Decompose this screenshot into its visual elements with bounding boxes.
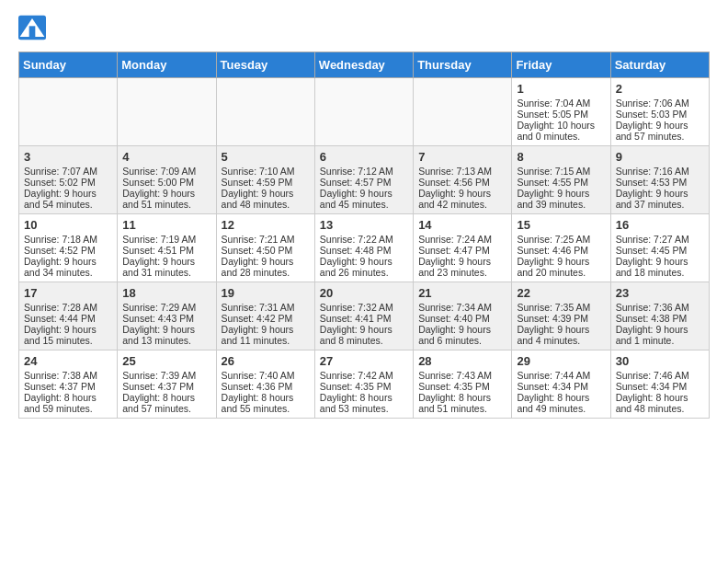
day-cell: 5Sunrise: 7:10 AMSunset: 4:59 PMDaylight…: [216, 146, 314, 214]
day-info: Sunrise: 7:18 AMSunset: 4:52 PMDaylight:…: [24, 234, 97, 278]
day-cell: 24Sunrise: 7:38 AMSunset: 4:37 PMDayligh…: [19, 350, 118, 419]
day-cell: 28Sunrise: 7:43 AMSunset: 4:35 PMDayligh…: [414, 350, 512, 419]
logo-icon: [18, 15, 46, 40]
day-number: 20: [320, 286, 408, 300]
day-number: 6: [320, 150, 408, 164]
header-row: SundayMondayTuesdayWednesdayThursdayFrid…: [19, 52, 710, 78]
day-info: Sunrise: 7:38 AMSunset: 4:37 PMDaylight:…: [24, 370, 97, 414]
day-info: Sunrise: 7:12 AMSunset: 4:57 PMDaylight:…: [320, 166, 393, 210]
day-info: Sunrise: 7:31 AMSunset: 4:42 PMDaylight:…: [222, 302, 295, 346]
day-number: 18: [122, 286, 210, 300]
col-header-sunday: Sunday: [19, 52, 118, 78]
day-info: Sunrise: 7:43 AMSunset: 4:35 PMDaylight:…: [418, 370, 492, 414]
day-number: 22: [517, 286, 605, 300]
day-cell: 29Sunrise: 7:44 AMSunset: 4:34 PMDayligh…: [512, 350, 610, 419]
week-row-4: 17Sunrise: 7:28 AMSunset: 4:44 PMDayligh…: [19, 282, 710, 350]
day-cell: [19, 78, 118, 146]
day-cell: 3Sunrise: 7:07 AMSunset: 5:02 PMDaylight…: [19, 146, 118, 214]
day-info: Sunrise: 7:28 AMSunset: 4:44 PMDaylight:…: [24, 302, 97, 346]
week-row-5: 24Sunrise: 7:38 AMSunset: 4:37 PMDayligh…: [19, 350, 710, 419]
day-cell: 15Sunrise: 7:25 AMSunset: 4:46 PMDayligh…: [512, 214, 610, 282]
day-number: 3: [24, 150, 112, 164]
day-cell: 21Sunrise: 7:34 AMSunset: 4:40 PMDayligh…: [414, 282, 512, 350]
day-cell: 13Sunrise: 7:22 AMSunset: 4:48 PMDayligh…: [314, 214, 413, 282]
day-info: Sunrise: 7:09 AMSunset: 5:00 PMDaylight:…: [122, 166, 196, 210]
day-cell: 11Sunrise: 7:19 AMSunset: 4:51 PMDayligh…: [118, 214, 216, 282]
day-cell: 2Sunrise: 7:06 AMSunset: 5:03 PMDaylight…: [610, 78, 709, 146]
day-cell: 23Sunrise: 7:36 AMSunset: 4:38 PMDayligh…: [610, 282, 709, 350]
day-info: Sunrise: 7:22 AMSunset: 4:48 PMDaylight:…: [320, 234, 393, 278]
day-number: 25: [122, 354, 210, 368]
day-number: 30: [616, 354, 704, 368]
day-number: 16: [616, 218, 704, 232]
day-info: Sunrise: 7:40 AMSunset: 4:36 PMDaylight:…: [222, 370, 295, 414]
day-number: 24: [24, 354, 112, 368]
day-number: 14: [418, 218, 506, 232]
day-cell: [216, 78, 314, 146]
day-cell: 6Sunrise: 7:12 AMSunset: 4:57 PMDaylight…: [314, 146, 413, 214]
day-cell: 30Sunrise: 7:46 AMSunset: 4:34 PMDayligh…: [610, 350, 709, 419]
day-cell: 4Sunrise: 7:09 AMSunset: 5:00 PMDaylight…: [118, 146, 216, 214]
col-header-saturday: Saturday: [610, 52, 709, 78]
day-cell: 19Sunrise: 7:31 AMSunset: 4:42 PMDayligh…: [216, 282, 314, 350]
day-info: Sunrise: 7:32 AMSunset: 4:41 PMDaylight:…: [320, 302, 393, 346]
day-info: Sunrise: 7:39 AMSunset: 4:37 PMDaylight:…: [122, 370, 196, 414]
day-number: 9: [616, 150, 704, 164]
day-info: Sunrise: 7:15 AMSunset: 4:55 PMDaylight:…: [517, 166, 590, 210]
day-cell: 1Sunrise: 7:04 AMSunset: 5:05 PMDaylight…: [512, 78, 610, 146]
day-cell: 8Sunrise: 7:15 AMSunset: 4:55 PMDaylight…: [512, 146, 610, 214]
day-number: 8: [517, 150, 605, 164]
day-cell: [118, 78, 216, 146]
week-row-3: 10Sunrise: 7:18 AMSunset: 4:52 PMDayligh…: [19, 214, 710, 282]
col-header-friday: Friday: [512, 52, 610, 78]
day-number: 13: [320, 218, 408, 232]
day-info: Sunrise: 7:46 AMSunset: 4:34 PMDaylight:…: [616, 370, 689, 414]
day-info: Sunrise: 7:29 AMSunset: 4:43 PMDaylight:…: [122, 302, 196, 346]
day-info: Sunrise: 7:16 AMSunset: 4:53 PMDaylight:…: [616, 166, 689, 210]
day-number: 5: [222, 150, 310, 164]
day-number: 29: [517, 354, 605, 368]
day-info: Sunrise: 7:34 AMSunset: 4:40 PMDaylight:…: [418, 302, 492, 346]
day-info: Sunrise: 7:13 AMSunset: 4:56 PMDaylight:…: [418, 166, 492, 210]
day-info: Sunrise: 7:35 AMSunset: 4:39 PMDaylight:…: [517, 302, 590, 346]
day-info: Sunrise: 7:10 AMSunset: 4:59 PMDaylight:…: [222, 166, 295, 210]
day-cell: 18Sunrise: 7:29 AMSunset: 4:43 PMDayligh…: [118, 282, 216, 350]
svg-rect-2: [29, 26, 36, 37]
day-cell: 26Sunrise: 7:40 AMSunset: 4:36 PMDayligh…: [216, 350, 314, 419]
logo: [18, 15, 50, 40]
calendar-table: SundayMondayTuesdayWednesdayThursdayFrid…: [18, 52, 710, 419]
day-cell: 7Sunrise: 7:13 AMSunset: 4:56 PMDaylight…: [414, 146, 512, 214]
day-cell: 22Sunrise: 7:35 AMSunset: 4:39 PMDayligh…: [512, 282, 610, 350]
day-cell: 27Sunrise: 7:42 AMSunset: 4:35 PMDayligh…: [314, 350, 413, 419]
day-info: Sunrise: 7:04 AMSunset: 5:05 PMDaylight:…: [517, 98, 595, 142]
day-info: Sunrise: 7:21 AMSunset: 4:50 PMDaylight:…: [222, 234, 295, 278]
col-header-wednesday: Wednesday: [314, 52, 413, 78]
day-number: 19: [222, 286, 310, 300]
day-info: Sunrise: 7:06 AMSunset: 5:03 PMDaylight:…: [616, 98, 689, 142]
col-header-thursday: Thursday: [414, 52, 512, 78]
day-cell: 17Sunrise: 7:28 AMSunset: 4:44 PMDayligh…: [19, 282, 118, 350]
day-number: 7: [418, 150, 506, 164]
day-info: Sunrise: 7:27 AMSunset: 4:45 PMDaylight:…: [616, 234, 689, 278]
day-info: Sunrise: 7:07 AMSunset: 5:02 PMDaylight:…: [24, 166, 97, 210]
day-number: 1: [517, 82, 605, 96]
day-cell: 12Sunrise: 7:21 AMSunset: 4:50 PMDayligh…: [216, 214, 314, 282]
day-info: Sunrise: 7:36 AMSunset: 4:38 PMDaylight:…: [616, 302, 689, 346]
day-number: 17: [24, 286, 112, 300]
day-number: 10: [24, 218, 112, 232]
day-number: 26: [222, 354, 310, 368]
day-cell: [314, 78, 413, 146]
day-number: 2: [616, 82, 704, 96]
day-number: 11: [122, 218, 210, 232]
day-number: 23: [616, 286, 704, 300]
week-row-2: 3Sunrise: 7:07 AMSunset: 5:02 PMDaylight…: [19, 146, 710, 214]
day-cell: 14Sunrise: 7:24 AMSunset: 4:47 PMDayligh…: [414, 214, 512, 282]
day-number: 27: [320, 354, 408, 368]
col-header-tuesday: Tuesday: [216, 52, 314, 78]
col-header-monday: Monday: [118, 52, 216, 78]
day-number: 4: [122, 150, 210, 164]
header: [18, 15, 710, 40]
day-cell: 16Sunrise: 7:27 AMSunset: 4:45 PMDayligh…: [610, 214, 709, 282]
day-info: Sunrise: 7:42 AMSunset: 4:35 PMDaylight:…: [320, 370, 393, 414]
day-cell: 9Sunrise: 7:16 AMSunset: 4:53 PMDaylight…: [610, 146, 709, 214]
